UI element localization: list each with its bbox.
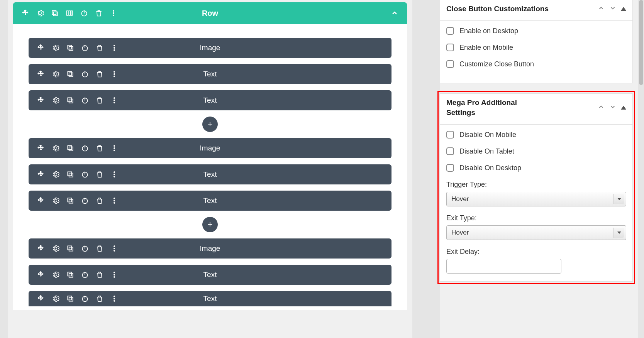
power-icon[interactable] [81,271,89,279]
trash-icon[interactable] [96,44,103,52]
duplicate-icon[interactable] [66,171,74,178]
gear-icon[interactable] [52,197,59,204]
duplicate-icon[interactable] [66,144,74,152]
chevron-up-icon[interactable] [598,103,605,112]
power-icon[interactable] [81,295,89,303]
block-image[interactable]: Image [29,138,391,158]
move-icon[interactable] [37,144,45,152]
trash-icon[interactable] [96,96,103,104]
gear-icon[interactable] [52,96,59,104]
duplicate-icon[interactable] [66,271,74,279]
more-icon[interactable] [110,295,118,303]
collapse-triangle-icon[interactable] [621,106,626,110]
checkbox-enable-mobile[interactable] [446,44,454,51]
move-icon[interactable] [37,197,45,204]
svg-point-37 [114,150,115,151]
checkbox-disable-tablet[interactable] [446,147,454,155]
more-icon[interactable] [110,271,118,279]
columns-icon[interactable] [66,9,73,17]
power-icon[interactable] [81,70,89,78]
move-icon[interactable] [37,96,45,104]
power-icon[interactable] [81,245,89,252]
move-icon[interactable] [37,271,45,279]
gear-icon[interactable] [52,70,59,78]
gear-icon[interactable] [52,245,59,252]
gear-icon[interactable] [52,295,59,303]
move-icon[interactable] [37,295,45,303]
gear-icon[interactable] [52,171,59,178]
checkbox-label[interactable]: Enable on Desktop [459,27,518,35]
checkbox-enable-desktop[interactable] [446,27,454,35]
block-text[interactable]: Text [29,191,391,211]
move-icon[interactable] [22,9,29,17]
move-icon[interactable] [37,44,45,52]
row-header[interactable]: Row [13,2,407,24]
chevron-down-icon[interactable] [609,103,616,112]
duplicate-icon[interactable] [66,70,74,78]
duplicate-icon[interactable] [66,44,74,52]
duplicate-icon[interactable] [66,96,74,104]
gear-icon[interactable] [52,271,59,279]
checkbox-label[interactable]: Customize Close Button [459,60,534,68]
checkbox-disable-mobile[interactable] [446,131,454,139]
power-icon[interactable] [81,96,89,104]
more-icon[interactable] [110,197,118,204]
duplicate-icon[interactable] [66,197,74,204]
move-icon[interactable] [37,171,45,178]
svg-rect-4 [71,11,72,15]
scrollbar-thumb[interactable] [639,0,643,85]
more-icon[interactable] [110,171,118,178]
trash-icon[interactable] [96,171,103,178]
svg-point-28 [114,98,115,99]
checkbox-disable-desktop[interactable] [446,164,454,172]
checkbox-label[interactable]: Disable On Desktop [459,164,521,172]
checkbox-customize-close[interactable] [446,60,454,68]
duplicate-icon[interactable] [66,295,74,303]
gear-icon[interactable] [52,44,59,52]
checkbox-label[interactable]: Enable on Mobile [459,44,513,52]
chevron-up-icon[interactable] [598,5,605,13]
more-icon[interactable] [110,9,117,17]
more-icon[interactable] [110,96,118,104]
power-icon[interactable] [80,9,88,17]
move-icon[interactable] [37,245,45,252]
move-icon[interactable] [37,70,45,78]
trash-icon[interactable] [96,70,103,78]
power-icon[interactable] [81,171,89,178]
duplicate-icon[interactable] [51,9,59,17]
chevron-down-icon[interactable] [609,5,616,13]
exit-type-select[interactable]: Hover [446,225,626,240]
power-icon[interactable] [81,197,89,204]
block-text[interactable]: Text [29,64,391,84]
more-icon[interactable] [110,245,118,252]
block-image[interactable]: Image [29,238,391,259]
add-button[interactable] [202,217,218,232]
trash-icon[interactable] [96,245,103,252]
duplicate-icon[interactable] [66,245,74,252]
collapse-triangle-icon[interactable] [621,7,626,11]
power-icon[interactable] [81,44,89,52]
trash-icon[interactable] [95,9,103,17]
trash-icon[interactable] [96,295,103,303]
exit-delay-input[interactable] [446,259,561,274]
add-button[interactable] [202,117,218,132]
block-text[interactable]: Text [29,291,391,306]
more-icon[interactable] [110,144,118,152]
more-icon[interactable] [110,70,118,78]
chevron-up-icon[interactable] [391,9,398,17]
gear-icon[interactable] [36,9,44,17]
checkbox-label[interactable]: Disable On Mobile [459,131,516,139]
block-image[interactable]: Image [29,38,391,58]
trash-icon[interactable] [96,144,103,152]
block-text[interactable]: Text [29,265,391,285]
checkbox-label[interactable]: Disable On Tablet [459,147,514,155]
gear-icon[interactable] [52,144,59,152]
trigger-type-select[interactable]: Hover [446,192,626,206]
scrollbar[interactable] [638,0,644,338]
trash-icon[interactable] [96,197,103,204]
trash-icon[interactable] [96,271,103,279]
block-text[interactable]: Text [29,90,391,110]
power-icon[interactable] [81,144,89,152]
more-icon[interactable] [110,44,118,52]
block-text[interactable]: Text [29,164,391,184]
